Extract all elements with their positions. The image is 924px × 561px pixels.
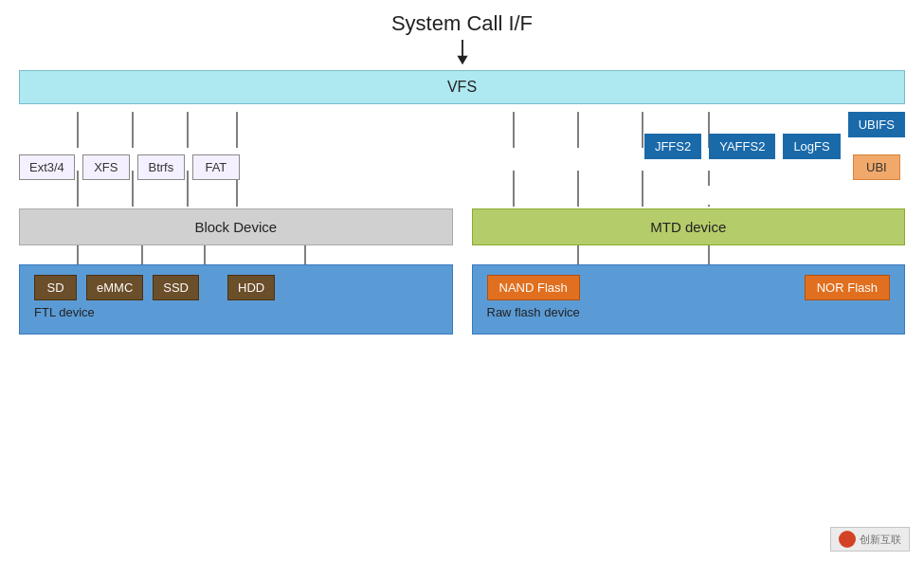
ubi-box: UBI (853, 154, 900, 180)
watermark-text: 创新互联 (860, 533, 901, 547)
diagram-container: System Call I/F VFS (0, 0, 924, 561)
device-row: Block Device MTD device (19, 208, 905, 245)
raw-items: NAND Flash NOR Flash (487, 275, 891, 300)
fat-box: FAT (192, 154, 240, 180)
ext34-box: Ext3/4 (19, 154, 75, 180)
nand-flash-box: NAND Flash (487, 275, 580, 300)
line-spacer-2 (19, 245, 905, 264)
raw-area: NAND Flash NOR Flash Raw flash device (472, 264, 906, 335)
raw-label: Raw flash device (487, 305, 891, 319)
main-layout: Ext3/4 XFS Btrfs FAT JFFS2 YAFFS2 LogFS … (19, 112, 905, 335)
vfs-bar: VFS (19, 70, 905, 104)
ubifs-box: UBIFS (848, 112, 905, 137)
arrow-down (19, 40, 905, 66)
svg-marker-1 (457, 56, 467, 64)
logfs-box: LogFS (783, 134, 840, 159)
watermark: 创新互联 (830, 527, 910, 552)
watermark-box: 创新互联 (830, 527, 910, 552)
left-fs-group: Ext3/4 XFS Btrfs FAT (19, 112, 240, 180)
sd-box: SD (34, 275, 77, 300)
ssd-box: SSD (153, 275, 199, 300)
syscall-label: System Call I/F (19, 11, 905, 36)
xfs-box: XFS (82, 154, 130, 180)
right-fs-group: JFFS2 YAFFS2 LogFS UBIFS UBI (644, 112, 905, 180)
hdd-spacer: HDD (227, 275, 275, 300)
jffs2-box: JFFS2 (644, 134, 701, 159)
line-spacer-1 (19, 180, 905, 208)
ftl-area: SD eMMC SSD HDD FTL device (19, 264, 453, 335)
ftl-label: FTL device (34, 305, 438, 319)
btrfs-box: Btrfs (137, 154, 185, 180)
emmc-box: eMMC (86, 275, 143, 300)
yaffs2-box: YAFFS2 (709, 134, 775, 159)
watermark-icon (839, 531, 856, 548)
nor-flash-box: NOR Flash (805, 275, 890, 300)
ubifs-ubi-column: UBIFS UBI (848, 112, 905, 180)
mtd-device: MTD device (472, 208, 906, 245)
storage-row: SD eMMC SSD HDD FTL device NAND Flash NO… (19, 264, 905, 335)
hdd-box: HDD (227, 275, 275, 300)
block-device: Block Device (19, 208, 453, 245)
ftl-items: SD eMMC SSD HDD (34, 275, 438, 300)
